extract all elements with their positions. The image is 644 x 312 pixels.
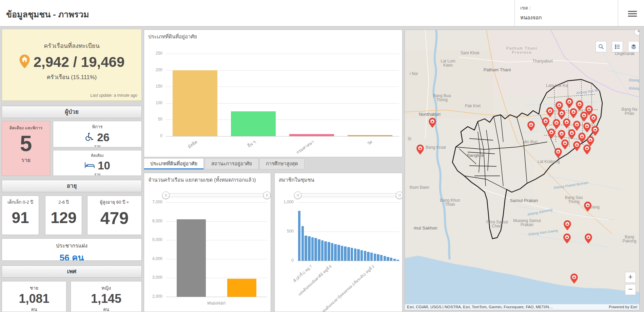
gridline [298, 261, 399, 261]
member-bar[interactable] [351, 248, 353, 261]
slider-handle-left[interactable] [162, 191, 170, 199]
x-tick-label: มัสยิด [153, 139, 199, 157]
member-bar[interactable] [390, 258, 392, 261]
gridline [298, 202, 399, 203]
member-bar[interactable] [334, 244, 336, 261]
map-label: Thanyaburi [532, 59, 553, 63]
land-type-y-axis: 050100150200250 [148, 54, 164, 136]
member-bar[interactable] [341, 246, 343, 261]
member-bar[interactable] [337, 245, 340, 261]
member-bar[interactable] [380, 255, 383, 261]
tab-land-type[interactable]: ประเภทที่ดินที่อยู่อาศัย [144, 158, 204, 169]
legend-icon [614, 44, 620, 50]
bar-วัด[interactable] [348, 135, 392, 136]
member-bar[interactable] [393, 259, 396, 261]
member-bar[interactable] [314, 238, 317, 261]
member-bar[interactable] [311, 237, 314, 261]
map-canvas[interactable]: Sam KhokPathum ThaniProvincePathum Thani… [405, 30, 640, 310]
district-label: เขต : [520, 4, 612, 12]
member-bar[interactable] [301, 226, 304, 261]
disabled-label: พิการ [53, 123, 141, 130]
bar-ทั้งหมด[interactable] [177, 219, 206, 297]
member-bar[interactable] [367, 252, 369, 261]
member-bar[interactable] [308, 236, 310, 261]
bedridden-unit: ราย [53, 171, 141, 176]
y-tick-label: 200 [156, 68, 162, 72]
y-tick-label: 100 [156, 100, 162, 105]
bedridden-disabled-unit: ราย [2, 156, 50, 164]
member-bar[interactable] [364, 251, 366, 261]
age-60plus-value: 479 [87, 208, 141, 228]
bedridden-card: ติดเตียง 10 ราย [53, 150, 142, 176]
bar-กรอกแล้ว[interactable] [227, 279, 256, 297]
wheelchair-icon [85, 132, 94, 143]
slider-track[interactable] [298, 193, 399, 197]
slider-handle-left[interactable] [294, 191, 301, 199]
member-bar[interactable] [357, 249, 359, 261]
y-tick-label: 1,000 [284, 200, 294, 204]
map-label: Min Buri [523, 140, 538, 144]
households-x-label: หนองจอก [166, 299, 267, 307]
member-bar[interactable] [374, 254, 376, 261]
map-legend-button[interactable] [612, 41, 623, 52]
member-bar[interactable] [344, 246, 346, 261]
y-tick-label: 3,000 [152, 275, 162, 280]
bar-มัสยิด[interactable] [173, 70, 217, 136]
gridline [166, 202, 267, 203]
tab-residence-status[interactable]: สถานะการอยู่อาศัย [205, 158, 258, 169]
member-bar[interactable] [298, 211, 300, 261]
member-bar[interactable] [377, 254, 379, 261]
member-bar[interactable] [384, 256, 386, 261]
dashboard-root: ข้อมูลชุมชน - ภาพรวม เขต : หนองจอก ครัวเ… [0, 0, 644, 312]
female-label: หญิง [71, 284, 141, 292]
members-chart-panel: สมาชิกในชุมชน 05001,000 ฬ์ (ลำรี้ว) หมู่… [274, 173, 403, 312]
zoom-out-button[interactable]: − [625, 284, 636, 295]
section-header-gender: เพศ [2, 265, 142, 278]
members-chart-title: สมาชิกในชุมชน [279, 176, 314, 184]
x-tick-label: กรมศาสนา [270, 139, 315, 157]
zoom-in-button[interactable]: + [625, 272, 636, 283]
bedridden-value: 10 [98, 159, 110, 172]
member-bar[interactable] [321, 240, 324, 261]
member-bar[interactable] [331, 243, 333, 261]
x-tick-label: อื่น ๆ [212, 139, 257, 157]
y-tick-label: 7,000 [152, 200, 162, 204]
attribution-text: Esri, CGIAR, USGS | NOSTRA, Esri, TomTom… [407, 305, 553, 309]
bar-อื่น ๆ[interactable] [231, 111, 276, 136]
section-header-patients: ผู้ป่วย [2, 106, 142, 118]
age-0-2-value: 91 [2, 208, 39, 227]
registered-value: 2,942 / 19,469 [34, 54, 125, 70]
header-bar: ข้อมูลชุมชน - ภาพรวม เขต : หนองจอก [0, 0, 644, 26]
member-bar[interactable] [370, 253, 373, 261]
member-bar[interactable] [354, 249, 356, 261]
bar-กรมศาสนา[interactable] [289, 134, 334, 136]
y-tick-label: 0 [160, 133, 162, 138]
member-bar[interactable] [347, 247, 350, 261]
section-header-age: อายุ [2, 180, 142, 192]
map-layers-button[interactable] [628, 41, 639, 52]
district-selector[interactable]: เขต : หนองจอก [514, 0, 618, 26]
member-bar[interactable] [305, 236, 307, 261]
slider-handle-right[interactable] [263, 191, 271, 199]
slider-track[interactable] [166, 193, 267, 197]
male-card: ชาย 1,081 คน [2, 281, 66, 312]
member-bar[interactable] [396, 260, 399, 261]
households-range-slider[interactable] [166, 193, 267, 198]
map-label: Lam Luk Ka [546, 83, 568, 88]
members-range-slider[interactable] [298, 193, 399, 198]
slider-handle-right[interactable] [396, 191, 403, 199]
male-value: 1,081 [2, 292, 66, 306]
bed-icon [84, 162, 95, 170]
x-tick-label: วัด [328, 139, 374, 157]
gridline [166, 54, 399, 54]
member-bar[interactable] [318, 239, 320, 261]
tab-highest-education[interactable]: การศึกษาสูงสุด [259, 158, 305, 169]
member-bar[interactable] [328, 242, 330, 261]
menu-icon[interactable] [626, 7, 639, 19]
member-bar[interactable] [324, 241, 327, 261]
member-bar[interactable] [387, 257, 389, 261]
registered-subtitle: ครัวเรือน (15.111%) [2, 72, 141, 81]
map-search-button[interactable] [596, 41, 607, 52]
registered-households-card: ครัวเรือนที่ลงทะเบียน 2,942 / 19,469 ครั… [2, 29, 142, 101]
member-bar[interactable] [360, 250, 363, 261]
